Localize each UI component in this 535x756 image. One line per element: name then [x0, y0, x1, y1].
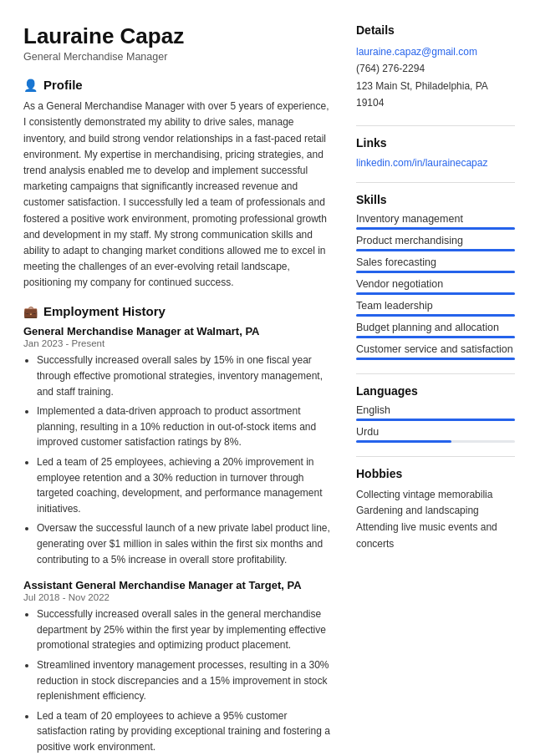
job-1-bullets: Successfully increased overall sales by … [23, 353, 333, 567]
links-section: Links linkedin.com/in/laurainecapaz [356, 136, 515, 169]
hobbies-section: Hobbies Collecting vintage memorabilia G… [356, 467, 515, 553]
profile-section: 👤 Profile As a General Merchandise Manag… [23, 78, 333, 291]
profile-header: 👤 Profile [23, 78, 333, 92]
skill-name: Budget planning and allocation [356, 322, 515, 333]
employment-icon: 💼 [23, 305, 38, 318]
bullet: Successfully increased overall sales by … [37, 353, 333, 399]
divider-3 [356, 373, 515, 374]
bullet: Led a team of 20 employees to achieve a … [37, 708, 333, 755]
hobby-item: Attending live music events and concerts [356, 520, 515, 553]
skill-item: Product merchandising [356, 235, 515, 251]
hobby-item: Gardening and landscaping [356, 503, 515, 520]
job-1: General Merchandise Manager at Walmart, … [23, 325, 333, 567]
lang-name: Urdu [356, 426, 515, 438]
email-link[interactable]: lauraine.capaz@gmail.com [356, 46, 477, 58]
profile-label: Profile [43, 78, 83, 92]
divider-4 [356, 456, 515, 457]
lang-bar-bg [356, 440, 515, 443]
divider-2 [356, 182, 515, 183]
details-address: 123 Main St, Philadelphia, PA 19104 [356, 78, 515, 112]
candidate-name: Lauraine Capaz [23, 23, 333, 49]
skill-bar-bg [356, 249, 515, 251]
job-1-date: Jan 2023 - Present [23, 338, 333, 348]
skill-item: Sales forecasting [356, 256, 515, 273]
skills-section: Skills Inventory management Product merc… [356, 193, 515, 360]
bullet: Streamlined inventory management process… [37, 657, 333, 704]
skill-bar-fill [356, 292, 515, 295]
skill-item: Budget planning and allocation [356, 322, 515, 338]
bullet: Successfully increased overall sales in … [37, 606, 333, 653]
profile-icon: 👤 [23, 79, 38, 92]
lang-name: English [356, 404, 515, 416]
bullet: Implemented a data-driven approach to pr… [37, 403, 333, 450]
details-phone: (764) 276-2294 [356, 60, 515, 77]
details-email: lauraine.capaz@gmail.com [356, 43, 515, 60]
hobby-item: Collecting vintage memorabilia [356, 487, 515, 504]
divider-1 [356, 125, 515, 126]
employment-section: 💼 Employment History General Merchandise… [23, 304, 333, 756]
skill-item: Vendor negotiation [356, 278, 515, 295]
skills-title: Skills [356, 193, 515, 206]
skill-bar-fill [356, 249, 515, 251]
candidate-title: General Merchandise Manager [23, 51, 333, 63]
employment-header: 💼 Employment History [23, 304, 333, 318]
skill-bar-fill [356, 314, 515, 317]
job-2: Assistant General Merchandise Manager at… [23, 579, 333, 756]
lang-bar-fill [356, 440, 451, 443]
skill-name: Vendor negotiation [356, 278, 515, 290]
lang-bar-fill [356, 419, 515, 421]
skill-bar-bg [356, 271, 515, 273]
languages-section: Languages English Urdu [356, 384, 515, 443]
resume-header: Lauraine Capaz General Merchandise Manag… [23, 23, 333, 63]
skill-item: Inventory management [356, 213, 515, 230]
bullet: Oversaw the successful launch of a new p… [37, 520, 333, 567]
skill-item: Customer service and satisfaction [356, 343, 515, 360]
linkedin-link[interactable]: linkedin.com/in/laurainecapaz [356, 157, 487, 169]
lang-bar-bg [356, 419, 515, 421]
profile-text: As a General Merchandise Manager with ov… [23, 99, 333, 291]
job-2-bullets: Successfully increased overall sales in … [23, 606, 333, 756]
skill-bar-bg [356, 314, 515, 317]
skill-bar-fill [356, 358, 515, 360]
hobbies-title: Hobbies [356, 467, 515, 480]
skill-bar-fill [356, 227, 515, 230]
links-title: Links [356, 136, 515, 150]
languages-title: Languages [356, 384, 515, 398]
skill-bar-bg [356, 292, 515, 295]
employment-label: Employment History [43, 304, 166, 318]
lang-item: English [356, 404, 515, 421]
skill-bar-bg [356, 358, 515, 360]
skill-name: Product merchandising [356, 235, 515, 246]
skill-bar-bg [356, 227, 515, 230]
skill-name: Sales forecasting [356, 256, 515, 268]
details-title: Details [356, 23, 515, 37]
skill-name: Team leadership [356, 300, 515, 312]
job-1-title: General Merchandise Manager at Walmart, … [23, 325, 333, 337]
skill-bar-bg [356, 336, 515, 338]
skill-name: Customer service and satisfaction [356, 343, 515, 355]
details-section: Details lauraine.capaz@gmail.com (764) 2… [356, 23, 515, 112]
skill-item: Team leadership [356, 300, 515, 317]
bullet: Led a team of 25 employees, achieving a … [37, 454, 333, 516]
skill-name: Inventory management [356, 213, 515, 225]
job-2-title: Assistant General Merchandise Manager at… [23, 579, 333, 591]
job-2-date: Jul 2018 - Nov 2022 [23, 592, 333, 602]
skill-bar-fill [356, 271, 515, 273]
lang-item: Urdu [356, 426, 515, 443]
skill-bar-fill [356, 336, 515, 338]
